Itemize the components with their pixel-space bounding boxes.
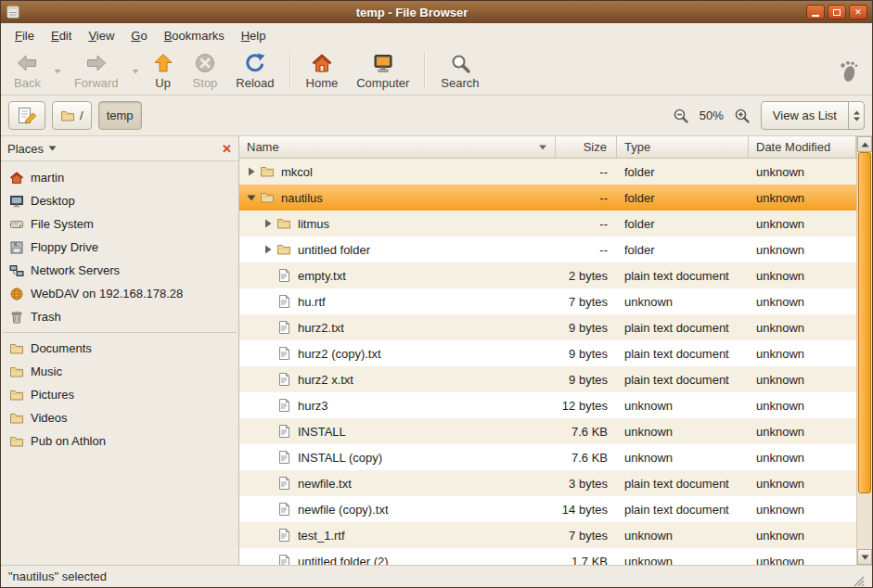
table-row[interactable]: hurz2 (copy).txt9 bytesplain text docume… [239,340,856,366]
sidebar-item-pictures[interactable]: Pictures [1,383,238,406]
table-row[interactable]: newfile (copy).txt14 bytesplain text doc… [239,496,856,522]
file-name: INSTALL (copy) [298,451,382,465]
table-row[interactable]: test_1.rtf7 bytesunknownunknown [239,522,856,548]
table-row[interactable]: untitled folder--folderunknown [239,236,856,262]
table-row[interactable]: hurz312 bytesunknownunknown [239,392,856,418]
file-type: unknown [617,555,749,566]
view-mode-select[interactable]: View as List [761,101,865,130]
file-type: plain text document [617,269,749,283]
text-file-icon [276,502,293,517]
table-row[interactable]: nautilus--folderunknown [239,185,856,211]
vertical-scrollbar[interactable] [856,136,872,565]
table-row[interactable]: litmus--folderunknown [239,211,856,236]
column-header-name[interactable]: Name [239,136,556,159]
minimize-button[interactable] [806,5,825,19]
file-size: 3 bytes [556,477,617,491]
scroll-up-button[interactable] [857,136,872,152]
sidebar-item-floppy-drive[interactable]: Floppy Drive [1,236,238,259]
reload-button[interactable]: Reload [226,47,283,95]
column-header-size[interactable]: Size [556,136,617,159]
file-size: 9 bytes [556,321,617,335]
sidebar-item-videos[interactable]: Videos [1,406,238,429]
file-type: unknown [617,451,749,465]
title-bar: temp - File Browser ✕ [1,1,872,23]
caret-down-icon [48,146,57,151]
expander-closed-icon[interactable] [260,244,276,255]
file-name: INSTALL [298,425,346,439]
sidebar-item-music[interactable]: Music [1,360,238,383]
table-row[interactable]: untitled folder (2)1.7 KBunknownunknown [239,548,856,565]
scrollbar-thumb[interactable] [858,152,871,493]
sidebar-item-documents[interactable]: Documents [1,337,238,360]
reload-icon [244,52,266,74]
column-header-date-modified[interactable]: Date Modified [749,136,856,159]
menu-file[interactable]: File [6,26,43,45]
text-file-icon [276,554,293,565]
menu-edit[interactable]: Edit [43,26,80,45]
file-name: hu.rtf [298,295,326,309]
current-path-label: temp [107,109,134,122]
back-button: Back [5,47,50,95]
combo-stepper-icon [848,102,864,129]
expander-open-icon[interactable] [243,192,260,203]
sidebar-item-martin[interactable]: martin [1,166,238,189]
scroll-down-button[interactable] [857,549,872,565]
menu-view[interactable]: View [80,26,122,45]
window-menu-icon[interactable] [6,5,20,19]
status-bar: "nautilus" selected [1,565,872,587]
table-row[interactable]: newfile.txt3 bytesplain text documentunk… [239,470,856,496]
close-button[interactable]: ✕ [849,5,867,19]
maximize-button[interactable] [828,5,846,19]
sidebar-item-trash[interactable]: Trash [1,305,238,328]
file-size: 9 bytes [556,373,617,387]
table-row[interactable]: hu.rtf7 bytesunknownunknown [239,288,856,314]
root-path-button[interactable]: / [52,101,92,130]
file-type: folder [617,217,749,231]
search-button[interactable]: Search [431,47,488,95]
sidebar-close-button[interactable]: ✕ [222,143,232,155]
sidebar-item-label: WebDAV on 192.168.178.28 [31,287,183,300]
sidebar-item-label: Floppy Drive [31,240,98,254]
file-name: newfile.txt [298,477,352,491]
zoom-in-button[interactable] [732,106,752,126]
sidebar-item-file-system[interactable]: File System [1,212,238,236]
sidebar-item-webdav-on-192-168-178-28[interactable]: WebDAV on 192.168.178.28 [1,282,238,305]
sidebar-item-pub-on-athlon[interactable]: Pub on Athlon [1,429,238,453]
table-row[interactable]: hurz2.txt9 bytesplain text documentunkno… [239,314,856,340]
table-row[interactable]: INSTALL (copy)7.6 KBunknownunknown [239,444,856,470]
toolbar-separator [289,53,291,89]
table-row[interactable]: mkcol--folderunknown [239,159,856,185]
current-path-button[interactable]: temp [98,101,142,130]
zoom-out-button[interactable] [671,106,691,126]
file-name: empty.txt [298,269,346,283]
file-type: plain text document [617,477,749,491]
menu-help[interactable]: Help [233,26,275,45]
file-type: folder [617,243,749,257]
table-row[interactable]: INSTALL7.6 KBunknownunknown [239,418,856,444]
menu-go[interactable]: Go [122,26,155,45]
column-header-type[interactable]: Type [617,136,749,159]
sidebar-item-network-servers[interactable]: Network Servers [1,259,238,282]
sidebar-item-label: Documents [31,341,92,355]
file-type: plain text document [617,503,749,517]
table-row[interactable]: empty.txt2 bytesplain text documentunkno… [239,262,856,288]
edit-location-button[interactable] [8,101,45,130]
sidebar-item-desktop[interactable]: Desktop [1,189,238,212]
toolbar-button-label: Search [441,76,479,90]
computer-button[interactable]: Computer [347,47,418,95]
file-date: unknown [749,555,856,566]
file-name: hurz2 (copy).txt [298,347,381,361]
sidebar-item-label: martin [31,171,64,185]
table-row[interactable]: hurz2 x.txt9 bytesplain text documentunk… [239,366,856,392]
home-button[interactable]: Home [297,47,348,95]
menu-bookmarks[interactable]: Bookmarks [156,26,233,45]
window-title: temp - File Browser [20,6,803,19]
scrollbar-track[interactable] [857,152,872,549]
resize-grip[interactable] [852,574,865,587]
home-icon [311,52,333,74]
folder-icon [9,364,24,379]
expander-closed-icon[interactable] [260,218,276,229]
places-dropdown[interactable]: Places [7,142,57,156]
expander-closed-icon[interactable] [243,166,260,177]
up-button[interactable]: Up [143,47,184,95]
